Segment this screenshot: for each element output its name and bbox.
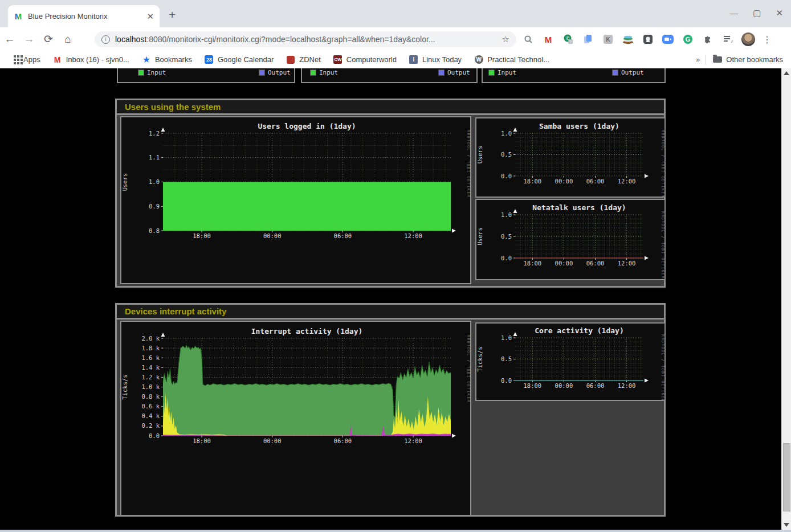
section-interrupts-header: Devices interrupt activity (117, 305, 664, 320)
output-swatch (259, 70, 264, 75)
input-swatch (311, 70, 316, 75)
bookmark-bookmarks[interactable]: ★Bookmarks (142, 55, 192, 64)
playlist-extension-icon[interactable]: ♪ (721, 33, 734, 46)
svg-text:RRDTOOL / TOBI OETIKER: RRDTOOL / TOBI OETIKER (466, 335, 470, 403)
svg-text:0.5: 0.5 (501, 233, 512, 240)
svg-text:06:00: 06:00 (586, 178, 605, 185)
folder-icon (713, 56, 722, 63)
bookmark-apps[interactable]: Apps (13, 55, 40, 64)
svg-text:RRDTOOL / TOBI OETIKER: RRDTOOL / TOBI OETIKER (660, 211, 664, 279)
svg-text:?: ? (569, 40, 572, 44)
chrome-menu-icon[interactable]: ⋮ (763, 34, 772, 45)
maximize-button[interactable]: ▢ (753, 8, 761, 18)
partial-chart-panel-2[interactable]: Input Output (301, 68, 478, 83)
svg-text:1.0 k: 1.0 k (141, 383, 160, 390)
books-extension-icon[interactable] (622, 33, 634, 46)
linux-today-icon: l (409, 55, 418, 64)
bookmark-zdnet[interactable]: ZDNet (286, 55, 321, 64)
bookmark-computerworld[interactable]: CWComputerworld (333, 55, 397, 64)
input-swatch (138, 70, 144, 75)
svg-text:18:00: 18:00 (524, 382, 542, 389)
bookmark-inbox[interactable]: MInbox (16) - sjvn0... (53, 55, 129, 64)
back-button[interactable]: ← (0, 33, 19, 46)
extensions-puzzle-icon[interactable] (702, 33, 714, 46)
svg-text:RRDTOOL / TOBI OETIKER: RRDTOOL / TOBI OETIKER (660, 334, 664, 400)
core-activity-chart[interactable]: (0)timer 0.00.51.018:0000:0006:0012:00Co… (475, 322, 666, 401)
svg-text:M: M (15, 12, 22, 21)
svg-text:1.1: 1.1 (149, 154, 160, 161)
partial-chart-panel-1[interactable]: Input Output (117, 68, 295, 83)
page-info-icon[interactable]: i (101, 35, 110, 44)
svg-text:RRDTOOL / TOBI OETIKER: RRDTOOL / TOBI OETIKER (660, 130, 664, 197)
section-users-header: Users using the system (117, 100, 664, 115)
svg-text:06:00: 06:00 (334, 232, 352, 239)
svg-text:1.0: 1.0 (501, 211, 512, 218)
svg-text:18:00: 18:00 (524, 260, 542, 267)
svg-text:12:00: 12:00 (404, 232, 422, 239)
page-content: Input Output Input Output Input Output U… (0, 68, 782, 530)
svg-text:0.0: 0.0 (501, 173, 512, 179)
bookmark-star-icon[interactable]: ☆ (502, 34, 509, 44)
svg-text:06:00: 06:00 (586, 260, 605, 267)
titlebar: M Blue Precision Monitorix ✕ + — ▢ ✕ (0, 0, 791, 27)
bookmarks-separator (706, 55, 706, 65)
svg-text:00:00: 00:00 (555, 260, 573, 267)
bookmark-practical-technology[interactable]: WPractical Technol... (474, 55, 549, 64)
svg-text:Ticks/s: Ticks/s (121, 374, 128, 399)
scroll-down-icon[interactable] (784, 523, 789, 527)
tab-close-icon[interactable]: ✕ (146, 11, 154, 22)
scroll-up-icon[interactable] (784, 71, 789, 75)
svg-text:♪: ♪ (731, 38, 733, 44)
svg-text:1.6 k: 1.6 k (141, 354, 160, 361)
svg-text:Ticks/s: Ticks/s (476, 346, 483, 371)
svg-text:1.0: 1.0 (501, 130, 512, 137)
gmail-extension-icon[interactable]: M (542, 33, 554, 46)
svg-text:G: G (686, 36, 691, 43)
svg-text:0.8: 0.8 (149, 227, 160, 234)
netatalk-users-chart[interactable]: NetatalkCurrent: 0 0.00.51.018:0000:0006… (475, 199, 666, 280)
copy-pages-extension-icon[interactable] (582, 33, 594, 46)
svg-text:Samba users (1day): Samba users (1day) (539, 122, 619, 130)
svg-text:0.0: 0.0 (149, 432, 160, 439)
svg-text:Users logged in (1day): Users logged in (1day) (258, 122, 356, 130)
url-text[interactable]: localhost:8080/monitorix-cgi/monitorix.c… (115, 35, 498, 44)
bookmark-linux-today[interactable]: lLinux Today (409, 55, 462, 64)
partial-chart-panel-3[interactable]: Input Output (482, 68, 666, 83)
search-extension-icon[interactable] (522, 33, 535, 46)
k-extension-icon[interactable]: K (602, 33, 614, 46)
new-tab-button[interactable]: + (169, 9, 176, 21)
svg-text:0.4 k: 0.4 k (141, 412, 160, 419)
samba-users-chart[interactable]: SambaCurrent: -nan 0.00.51.018:0000:0006… (475, 117, 666, 198)
browser-tab[interactable]: M Blue Precision Monitorix ✕ (8, 5, 160, 27)
svg-text:1.2 k: 1.2 k (141, 374, 160, 380)
svg-text:1.0: 1.0 (501, 334, 512, 341)
bookmark-google-calendar[interactable]: 28Google Calendar (205, 55, 274, 64)
scrollbar-thumb[interactable] (783, 443, 790, 511)
assistant-extension-icon[interactable] (642, 33, 654, 46)
grammarly-extension-icon[interactable]: G (682, 33, 694, 46)
tab-title: Blue Precision Monitorix (28, 12, 143, 21)
vertical-scrollbar[interactable] (781, 68, 791, 530)
profile-avatar[interactable] (741, 32, 755, 46)
interrupt-activity-chart[interactable]: (8)rtc0(9)acpi(14)INT3450:00(16)idma64.0… (120, 321, 471, 516)
reload-button[interactable]: ⟳ (39, 32, 58, 46)
output-swatch (439, 70, 444, 75)
svg-text:06:00: 06:00 (334, 437, 352, 444)
svg-text:0.5: 0.5 (501, 151, 512, 158)
close-button[interactable]: ✕ (776, 8, 783, 18)
bookmarks-overflow-icon[interactable]: » (696, 55, 699, 64)
users-logged-in-chart[interactable]: Logged In Current: 1 Average: 1 Min: 1 M… (120, 116, 471, 284)
zoom-camera-extension-icon[interactable] (662, 33, 674, 46)
phone-extension-icon[interactable]: ✆? (562, 33, 574, 46)
forward-button[interactable]: → (19, 33, 39, 46)
svg-text:0.6 k: 0.6 k (141, 403, 160, 410)
other-bookmarks[interactable]: Other bookmarks (713, 55, 783, 64)
star-icon: ★ (142, 55, 151, 64)
section-interrupts: Devices interrupt activity (8)rtc0(9)acp… (115, 303, 666, 517)
svg-text:0.8 k: 0.8 k (141, 393, 160, 400)
minimize-button[interactable]: — (729, 8, 738, 18)
svg-text:18:00: 18:00 (193, 232, 211, 239)
home-button[interactable]: ⌂ (58, 33, 78, 46)
url-bar[interactable]: i localhost:8080/monitorix-cgi/monitorix… (95, 31, 516, 47)
section-title: Users using the system (125, 102, 221, 112)
